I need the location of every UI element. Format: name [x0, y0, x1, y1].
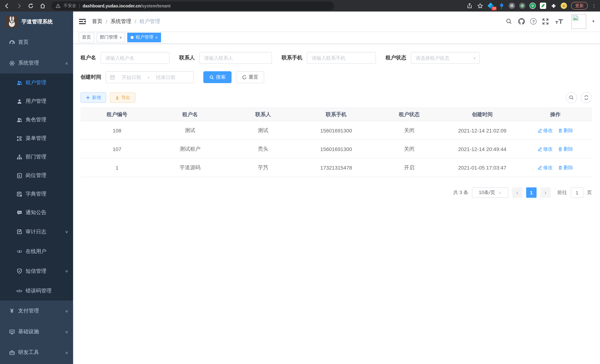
home-icon[interactable] [39, 2, 46, 9]
forward-icon[interactable] [16, 2, 22, 9]
sidebar-fold-icon[interactable] [79, 18, 86, 25]
extension-circle-icon[interactable] [519, 3, 525, 9]
browser-actions: 10 ⌘ V 更新 ⋮ [466, 2, 596, 10]
security-label: 不安全 [64, 3, 76, 9]
plus-icon [86, 95, 90, 100]
search-icon[interactable] [505, 18, 513, 25]
next-page-button[interactable]: › [540, 187, 551, 198]
delete-link[interactable]: 删除 [558, 127, 573, 134]
org-tree-icon [15, 154, 24, 160]
sidebar-item-devtools[interactable]: 研发工具 ∨ [0, 342, 73, 363]
extension-command-icon[interactable]: ⌘ [509, 3, 515, 9]
sidebar-item-home[interactable]: 首页 [0, 32, 73, 53]
end-date-input[interactable] [152, 75, 179, 80]
sidebar-item-sms[interactable]: 短信管理 ∨ [0, 261, 73, 281]
sidebar-item-menu-mgmt[interactable]: 菜单管理 [0, 129, 73, 148]
date-range-picker[interactable]: - [106, 71, 194, 83]
tenant-name-input[interactable] [101, 52, 169, 64]
sidebar-item-user[interactable]: 用户管理 [0, 92, 73, 111]
font-size-icon[interactable] [554, 18, 564, 25]
back-icon[interactable] [4, 2, 10, 9]
tab-dept[interactable]: 部门管理 × [96, 32, 125, 42]
search-button[interactable]: 搜索 [203, 71, 232, 83]
start-date-input[interactable] [118, 75, 145, 80]
sidebar-item-audit[interactable]: 审计日志 ∨ [0, 222, 73, 242]
filter-contact: 联系人 [179, 52, 272, 64]
sidebar-item-role[interactable]: 角色管理 [0, 111, 73, 129]
avatar-caret-icon[interactable]: ▾ [592, 19, 594, 24]
extension-v-icon[interactable]: V [529, 3, 536, 9]
delete-link[interactable]: 删除 [558, 146, 573, 152]
avatar[interactable] [572, 14, 586, 29]
sidebar-submenu-system: 租户管理 用户管理 角色管理 菜单管理 [0, 74, 73, 300]
sidebar-item-dept[interactable]: 部门管理 [0, 148, 73, 166]
address-bar[interactable]: 不安全 dashboard.yudao.iocoder.cn/system/te… [51, 1, 334, 10]
roles-icon [15, 117, 24, 123]
delete-link[interactable]: 删除 [558, 164, 573, 171]
sidebar-item-tenant[interactable]: 租户管理 [0, 74, 73, 92]
tab-tenant[interactable]: 租户管理 × [127, 32, 161, 42]
reset-button[interactable]: 重置 [236, 71, 264, 83]
browser-menu-icon[interactable]: ⋮ [592, 3, 596, 8]
github-icon[interactable] [518, 18, 525, 25]
edit-pen-icon [537, 165, 542, 170]
update-button[interactable]: 更新 [571, 2, 588, 10]
edit-link[interactable]: 修改 [537, 146, 553, 152]
sidebar-item-dict[interactable]: 字典管理 [0, 185, 73, 203]
fullscreen-icon[interactable] [542, 18, 549, 25]
sidebar-item-online[interactable]: 在线用户 [0, 242, 73, 261]
message-icon [15, 210, 24, 215]
extension-emoji-icon[interactable] [561, 3, 567, 9]
trash-icon [558, 147, 562, 151]
status-select[interactable]: ∨ [411, 52, 480, 64]
calendar-icon [110, 75, 115, 80]
toolbox-icon [7, 350, 16, 355]
extension-puzzle-icon[interactable] [550, 3, 557, 9]
navbar-actions: ? ▾ [505, 14, 594, 29]
table-row: 107 测试租户 秃头 15601691300 关闭 2021-12-14 20… [81, 140, 592, 159]
close-icon[interactable]: × [120, 35, 122, 39]
page-size-select[interactable]: 10条/页 ∨ [472, 187, 508, 198]
online-users-icon [15, 249, 24, 254]
trash-icon [558, 128, 562, 133]
shield-icon [15, 268, 24, 274]
dashboard-icon [7, 39, 16, 45]
bookmark-star-icon[interactable] [477, 2, 484, 9]
goto-page-input[interactable] [571, 187, 583, 198]
sidebar-item-errcode[interactable]: </> 错误码管理 [0, 281, 73, 300]
edit-link[interactable]: 修改 [537, 164, 553, 171]
show-search-icon[interactable] [566, 92, 577, 103]
prev-page-button[interactable]: ‹ [512, 187, 523, 198]
sidebar-item-post[interactable]: 岗位管理 [0, 166, 73, 185]
help-icon[interactable]: ? [530, 18, 537, 25]
table-toolbar: 新增 导出 [81, 92, 592, 103]
page-number-button[interactable]: 1 [526, 187, 536, 198]
reload-icon[interactable] [28, 2, 34, 9]
extension-leaf-icon[interactable] [540, 3, 546, 9]
mobile-input[interactable] [307, 52, 376, 64]
tab-home[interactable]: 首页 [79, 32, 94, 42]
table-row: 1 芋道源码 芋艿 17321315478 开启 2021-01-05 17:0… [81, 159, 592, 177]
url-host: dashboard.yudao.iocoder.cn [83, 3, 141, 8]
breadcrumb-system[interactable]: 系统管理 [111, 18, 131, 25]
export-button[interactable]: 导出 [110, 92, 135, 103]
sidebar-item-system[interactable]: 系统管理 ∧ [0, 53, 73, 74]
contact-input[interactable] [199, 52, 272, 64]
breadcrumb-home[interactable]: 首页 [92, 18, 103, 25]
url-path: /system/tenant [141, 3, 170, 8]
extension-kite-icon[interactable] [498, 3, 505, 9]
sidebar-item-infra[interactable]: 基础设施 ∨ [0, 321, 73, 342]
status-select-input[interactable] [411, 52, 480, 64]
share-icon[interactable] [466, 2, 473, 9]
sidebar-logo[interactable]: 芋道管理系统 [0, 11, 73, 32]
refresh-table-icon[interactable] [581, 92, 592, 103]
add-button[interactable]: 新增 [81, 92, 106, 103]
close-icon[interactable]: × [155, 35, 158, 39]
chevron-down-icon: ∨ [65, 350, 68, 355]
sidebar-item-notice[interactable]: 通知公告 [0, 203, 73, 222]
edit-link[interactable]: 修改 [537, 127, 553, 134]
monitor-chart-icon [7, 329, 16, 335]
sidebar-item-pay[interactable]: ¥ 支付管理 ∨ [0, 300, 73, 321]
table-header-row: 租户编号 租户名 联系人 联系手机 租户状态 创建时间 操作 [81, 108, 592, 121]
app-title: 芋道管理系统 [21, 18, 53, 25]
